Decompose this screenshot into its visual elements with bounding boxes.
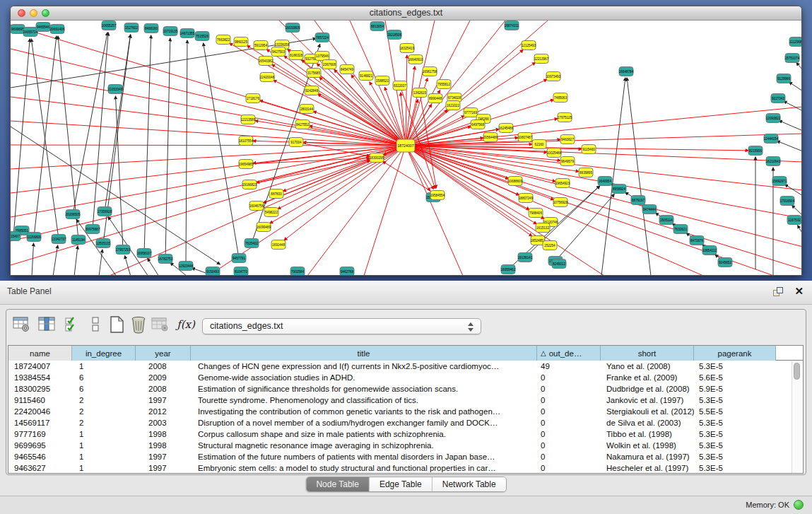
cell-year[interactable]: 2003 — [136, 417, 191, 428]
network-node[interactable]: 1527602 — [124, 23, 139, 33]
network-node[interactable]: 8427552 — [295, 120, 310, 129]
network-node[interactable]: 19654985 — [239, 160, 254, 169]
new-table-icon[interactable] — [107, 315, 126, 334]
network-node[interactable]: 26874211 — [505, 21, 519, 30]
network-node[interactable]: 10719135 — [163, 27, 178, 36]
tab-node-table[interactable]: Node Table — [306, 477, 370, 491]
network-node[interactable]: 8813054 — [370, 22, 384, 31]
cell-year[interactable]: 2008 — [136, 361, 191, 372]
cell-in_degree[interactable]: 6 — [72, 372, 136, 383]
network-node[interactable]: 17016504 — [780, 197, 795, 206]
cell-short[interactable]: Franke et al. (2009) — [601, 372, 694, 383]
column-header-year[interactable]: year — [136, 346, 191, 361]
table-row[interactable]: 946362711997Embryonic stem cells: a mode… — [8, 462, 803, 474]
show-column-icon[interactable] — [37, 315, 57, 334]
network-node[interactable]: 7988406 — [529, 209, 543, 218]
cell-name[interactable]: 9465546 — [8, 451, 72, 462]
network-node[interactable]: 10655257 — [102, 21, 117, 30]
network-node[interactable]: 16961758 — [423, 67, 437, 76]
network-node[interactable]: 16959462 — [501, 265, 516, 274]
cell-pagerank[interactable]: 5.3E-5 — [694, 361, 776, 372]
network-node[interactable]: 8104770 — [234, 267, 248, 276]
network-node[interactable]: 18807249 — [519, 194, 534, 203]
cell-name[interactable]: 9699695 — [8, 440, 72, 451]
cell-title[interactable]: Genome-wide association studies in ADHD. — [191, 372, 537, 383]
tab-network-table[interactable]: Network Table — [433, 477, 506, 491]
network-node[interactable]: 1588520 — [375, 76, 389, 86]
maximize-traffic-light-icon[interactable] — [42, 9, 49, 17]
cell-in_degree[interactable]: 2 — [72, 395, 136, 406]
network-node[interactable]: 18107554 — [239, 136, 254, 146]
delete-table-icon[interactable] — [129, 315, 149, 334]
network-node[interactable]: 10973493 — [546, 72, 561, 81]
network-node[interactable]: 9860125 — [234, 37, 248, 47]
cell-in_degree[interactable]: 6 — [72, 383, 136, 395]
network-node[interactable]: 16245486 — [499, 124, 514, 133]
cell-name[interactable]: 9115460 — [8, 395, 72, 406]
network-node[interactable]: 9474444 — [642, 205, 657, 214]
cell-name[interactable]: 18724007 — [8, 361, 72, 372]
network-node[interactable]: 887833 — [269, 189, 283, 199]
network-node[interactable]: 12505115 — [96, 239, 111, 248]
network-node[interactable]: 9115460 — [582, 145, 596, 154]
row-checks-icon[interactable] — [63, 315, 83, 334]
cell-title[interactable]: Embryonic stem cells: a model to study s… — [191, 462, 537, 474]
network-node[interactable]: 10807487 — [518, 133, 533, 142]
network-node[interactable]: 16099489 — [257, 223, 271, 232]
memory-ok-indicator-icon[interactable] — [794, 500, 804, 510]
network-node[interactable]: 2803144 — [300, 105, 314, 114]
network-node[interactable]: 8245012 — [552, 259, 566, 269]
cell-out_degree[interactable]: 0 — [537, 440, 601, 451]
network-node[interactable]: 9227343 — [771, 94, 785, 103]
cell-title[interactable]: Investigating the contribution of common… — [191, 406, 537, 417]
network-node[interactable]: 16958107 — [137, 249, 152, 258]
network-node[interactable]: 10756928 — [553, 198, 568, 207]
table-row[interactable]: 969969511998Structural magnetic resonanc… — [8, 440, 803, 451]
network-node[interactable]: 7632621 — [673, 225, 688, 234]
cell-out_degree[interactable]: 49 — [537, 361, 601, 372]
network-node[interactable]: 14671355 — [180, 29, 195, 38]
network-node[interactable]: 917004 — [289, 138, 303, 147]
network-node[interactable]: 18300295 — [370, 153, 384, 163]
network-node[interactable]: 9146821 — [359, 71, 373, 81]
column-header-in_degree[interactable]: in_degree — [72, 346, 136, 361]
network-node[interactable]: 17957253 — [116, 245, 131, 255]
network-node[interactable]: 18325419 — [400, 44, 415, 53]
network-node[interactable]: 8958924 — [612, 185, 626, 194]
cell-year[interactable]: 1997 — [136, 395, 191, 406]
network-node[interactable]: 9129966 — [777, 74, 791, 83]
table-row[interactable]: 1456911722003Disruption of a novel membe… — [8, 417, 803, 428]
cell-pagerank[interactable]: 5.3E-5 — [694, 428, 776, 440]
cell-short[interactable]: Yano et al. (2008) — [601, 361, 694, 372]
network-node[interactable]: 11125683 — [789, 37, 801, 47]
network-node[interactable]: 9777169 — [464, 108, 478, 117]
cell-year[interactable]: 1998 — [136, 440, 191, 451]
network-node[interactable]: 20691406 — [50, 25, 65, 34]
column-header-short[interactable]: short — [601, 346, 694, 361]
network-node[interactable]: 9463627 — [560, 135, 575, 144]
cell-in_degree[interactable]: 2 — [72, 417, 136, 428]
minimize-traffic-light-icon[interactable] — [30, 9, 37, 17]
network-node[interactable]: 15692971 — [772, 177, 787, 186]
network-node[interactable]: 1167532 — [787, 216, 801, 225]
cell-short[interactable]: Jankovic et al. (1997) — [601, 395, 694, 406]
network-node[interactable]: 9242848 — [305, 86, 319, 95]
table-row[interactable]: 1830029562008Estimation of significance … — [8, 383, 803, 395]
cell-out_degree[interactable]: 0 — [537, 395, 601, 406]
cell-title[interactable]: Estimation of the future numbers of pati… — [191, 451, 537, 462]
table-row[interactable]: 911546021997Tourette syndrome. Phenomeno… — [8, 395, 803, 406]
network-node[interactable]: 8186328 — [289, 51, 303, 60]
cell-in_degree[interactable]: 1 — [72, 428, 136, 440]
network-node[interactable]: 9465546 — [36, 23, 50, 32]
cell-year[interactable]: 1997 — [136, 462, 191, 474]
network-node[interactable]: 20206505 — [66, 210, 81, 219]
cell-year[interactable]: 2009 — [136, 372, 191, 383]
network-node[interactable]: 7663822 — [216, 35, 230, 45]
network-node[interactable]: 30975887 — [86, 225, 100, 234]
vertical-scrollbar[interactable] — [792, 361, 801, 473]
network-node[interactable]: 19136141 — [518, 253, 533, 262]
network-node[interactable]: 1691448 — [271, 240, 286, 250]
cell-pagerank[interactable]: 5.3E-5 — [694, 395, 776, 406]
cell-name[interactable]: 9777169 — [8, 428, 72, 440]
cell-pagerank[interactable]: 5.9E-5 — [694, 383, 776, 395]
